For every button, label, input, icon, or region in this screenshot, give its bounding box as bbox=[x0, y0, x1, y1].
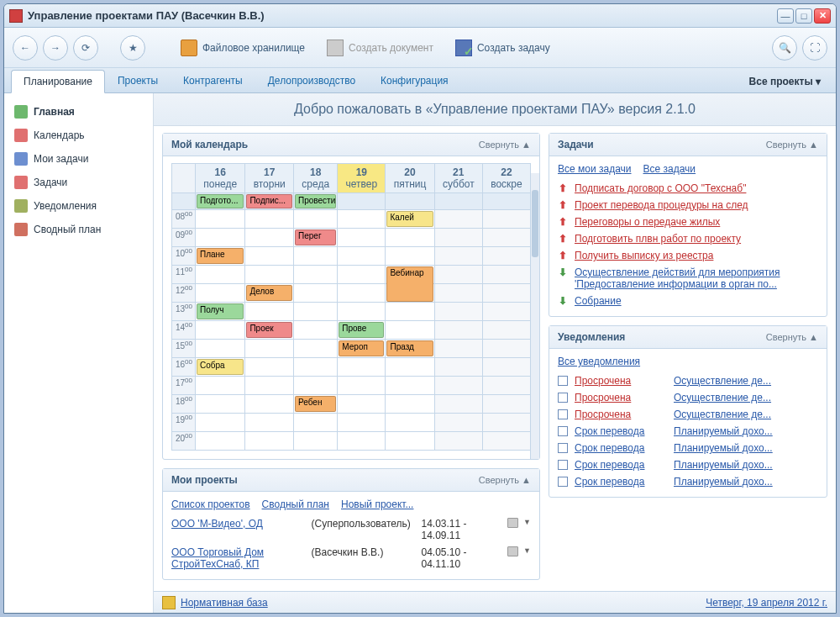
day-header[interactable]: 22 воскре bbox=[482, 164, 530, 193]
day-header[interactable]: 17 вторни bbox=[245, 164, 294, 193]
minimize-button[interactable]: — bbox=[777, 8, 794, 24]
project-link[interactable]: Новый проект... bbox=[341, 498, 413, 510]
task-link[interactable]: Переговоры о передаче жилых bbox=[575, 216, 818, 228]
notification-status[interactable]: Просрочена bbox=[575, 409, 667, 420]
allday-event[interactable]: Подгото... bbox=[197, 194, 244, 208]
footer-date[interactable]: Четверг, 19 апреля 2012 г. bbox=[706, 597, 827, 609]
notification-status[interactable]: Просрочена bbox=[575, 375, 667, 387]
tasks-collapse[interactable]: Свернуть ▲ bbox=[766, 140, 818, 150]
notification-subject[interactable]: Осуществление де... bbox=[674, 375, 818, 387]
notifications-title: Уведомления bbox=[558, 331, 766, 343]
allday-event[interactable]: Провести bbox=[295, 194, 336, 208]
sidebar-item-plan[interactable]: Сводный план bbox=[4, 218, 153, 241]
notifications-collapse[interactable]: Свернуть ▲ bbox=[766, 332, 818, 342]
calendar-event[interactable]: Плане bbox=[197, 248, 244, 264]
sidebar-item-tasks[interactable]: Задачи bbox=[4, 171, 153, 194]
tasks-filter-link[interactable]: Все мои задачи bbox=[558, 163, 632, 175]
task-row: ⬆Подписать договор с ООО "Техснаб" bbox=[558, 180, 818, 197]
notification-checkbox[interactable] bbox=[558, 443, 568, 453]
create-document-button[interactable]: Создать документ bbox=[318, 35, 442, 61]
notification-checkbox[interactable] bbox=[558, 477, 568, 487]
notification-status[interactable]: Срок перевода bbox=[575, 425, 667, 437]
time-label: 0900 bbox=[172, 229, 196, 247]
tab-0[interactable]: Планирование bbox=[11, 70, 105, 93]
calendar-scrollbar[interactable] bbox=[530, 173, 539, 459]
back-button[interactable]: ← bbox=[13, 35, 38, 61]
notification-subject[interactable]: Планируемый дохо... bbox=[674, 459, 818, 471]
task-link[interactable]: Осуществление действий для мероприятия '… bbox=[575, 266, 818, 290]
normative-link[interactable]: Нормативная база bbox=[181, 597, 268, 609]
calendar-event[interactable]: Получ bbox=[197, 303, 244, 319]
tab-3[interactable]: Делопроизводство bbox=[255, 69, 368, 92]
notification-subject[interactable]: Планируемый дохо... bbox=[674, 425, 818, 437]
tab-2[interactable]: Контрагенты bbox=[171, 69, 255, 92]
notifications-panel: Уведомления Свернуть ▲ Все уведомленияПр… bbox=[549, 325, 827, 498]
project-name-link[interactable]: ООО 'М-Видео', ОД bbox=[171, 518, 263, 530]
create-task-button[interactable]: Создать задачу bbox=[447, 35, 559, 61]
calendar-event[interactable]: Калей bbox=[386, 211, 433, 227]
project-link[interactable]: Сводный план bbox=[262, 498, 329, 510]
time-label: 1700 bbox=[172, 377, 196, 395]
all-notifications-link[interactable]: Все уведомления bbox=[558, 356, 640, 367]
notification-subject[interactable]: Планируемый дохо... bbox=[674, 476, 818, 488]
refresh-button[interactable]: ⟳ bbox=[73, 35, 98, 61]
task-link[interactable]: Собрание bbox=[575, 295, 818, 307]
calendar-event[interactable]: Прове bbox=[339, 322, 384, 338]
notification-subject[interactable]: Осуществление де... bbox=[674, 392, 818, 403]
notification-status[interactable]: Срок перевода bbox=[575, 459, 667, 471]
task-link[interactable]: Подписать договор с ООО "Техснаб" bbox=[575, 182, 818, 194]
projects-collapse[interactable]: Свернуть ▲ bbox=[479, 475, 531, 485]
notification-subject[interactable]: Планируемый дохо... bbox=[674, 442, 818, 454]
calendar-event[interactable]: Собра bbox=[197, 359, 244, 375]
notification-subject[interactable]: Осуществление де... bbox=[674, 409, 818, 420]
project-name-link[interactable]: ООО Торговый Дом СтройТехСнаб, КП bbox=[171, 546, 264, 570]
calendar-event[interactable]: Ребен bbox=[295, 396, 336, 412]
notification-checkbox[interactable] bbox=[558, 393, 568, 403]
notification-status[interactable]: Срок перевода bbox=[575, 442, 667, 454]
calendar-event[interactable]: Проек bbox=[246, 322, 292, 338]
notification-checkbox[interactable] bbox=[558, 426, 568, 436]
tab-4[interactable]: Конфигурация bbox=[368, 69, 461, 92]
sidebar-item-cal[interactable]: Календарь bbox=[4, 124, 153, 147]
task-link[interactable]: Получить выписку из реестра bbox=[575, 250, 818, 261]
calendar-event[interactable]: Перег bbox=[295, 229, 336, 245]
priority-up-icon: ⬆ bbox=[558, 216, 568, 228]
close-button[interactable]: ✕ bbox=[814, 8, 831, 24]
project-row: ООО 'М-Видео', ОД(Суперпользователь)14.0… bbox=[171, 515, 531, 544]
favorite-button[interactable]: ★ bbox=[120, 35, 145, 61]
tasks-filter-link[interactable]: Все задачи bbox=[643, 163, 696, 175]
file-storage-button[interactable]: Файловое хранилище bbox=[172, 35, 313, 61]
notification-checkbox[interactable] bbox=[558, 409, 568, 419]
notification-checkbox[interactable] bbox=[558, 460, 568, 470]
day-header[interactable]: 20 пятниц bbox=[386, 164, 434, 193]
project-icon[interactable] bbox=[507, 518, 518, 528]
calendar-event[interactable]: Мероп bbox=[339, 340, 384, 356]
time-label: 1600 bbox=[172, 358, 196, 377]
calendar-event[interactable]: Празд bbox=[386, 340, 433, 356]
day-header[interactable]: 19 четвер bbox=[338, 164, 386, 193]
day-header[interactable]: 16 понеде bbox=[196, 164, 245, 193]
project-link[interactable]: Список проектов bbox=[171, 498, 250, 510]
notification-status[interactable]: Просрочена bbox=[575, 392, 667, 403]
notification-checkbox[interactable] bbox=[558, 376, 568, 386]
sidebar-item-notif[interactable]: Уведомления bbox=[4, 194, 153, 218]
sidebar-item-home[interactable]: Главная bbox=[4, 100, 153, 124]
task-link[interactable]: Подготовить плвн работ по проекту bbox=[575, 233, 818, 245]
maximize-button[interactable]: □ bbox=[795, 8, 812, 24]
sidebar-item-mytask[interactable]: Мои задачи bbox=[4, 147, 153, 171]
fullscreen-button[interactable]: ⛶ bbox=[802, 35, 827, 61]
calendar-event[interactable]: Делов bbox=[246, 285, 292, 301]
notification-status[interactable]: Срок перевода bbox=[575, 476, 667, 488]
forward-button[interactable]: → bbox=[43, 35, 68, 61]
task-link[interactable]: Проект перевода процедуры на след bbox=[575, 199, 818, 211]
calendar-collapse[interactable]: Свернуть ▲ bbox=[479, 140, 531, 150]
day-header[interactable]: 18 среда bbox=[294, 164, 338, 193]
all-projects-dropdown[interactable]: Все проекты ▾ bbox=[741, 71, 829, 92]
priority-up-icon: ⬆ bbox=[558, 182, 568, 194]
day-header[interactable]: 21 суббот bbox=[434, 164, 482, 193]
time-label: 1400 bbox=[172, 321, 196, 340]
project-icon[interactable] bbox=[507, 546, 518, 556]
search-button[interactable]: 🔍 bbox=[772, 35, 797, 61]
allday-event[interactable]: Подпис... bbox=[246, 194, 292, 208]
tab-1[interactable]: Проекты bbox=[105, 69, 171, 92]
